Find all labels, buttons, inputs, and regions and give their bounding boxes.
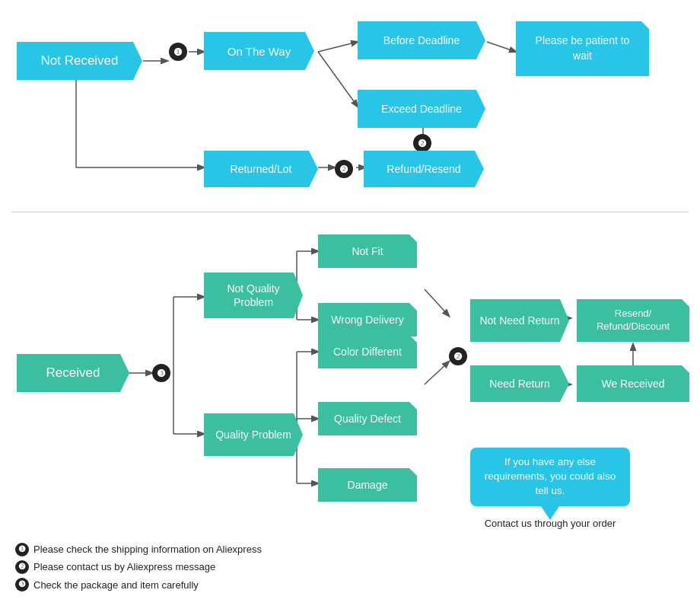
wrong-delivery-tag: Wrong Delivery: [318, 303, 417, 336]
quality-problem-tag: Quality Problem: [204, 413, 303, 456]
on-the-way-tag: On The Way: [204, 32, 314, 70]
svg-line-25: [425, 289, 449, 316]
we-received-tag: We Received: [577, 365, 689, 402]
returned-lot-tag: Returned/Lot: [204, 151, 318, 187]
before-deadline-tag: Before Deadline: [358, 21, 485, 59]
number-2-side-circle: ❷: [335, 160, 353, 178]
svg-line-2: [318, 42, 358, 52]
damage-tag: Damage: [318, 468, 417, 502]
not-received-tag: Not Received: [17, 42, 142, 80]
speech-bubble: If you have any else requirements, you c…: [470, 448, 630, 506]
note-circle-2: ❷: [15, 560, 29, 574]
refund-resend-top-tag: Refund/Resend: [364, 151, 484, 187]
svg-line-4: [487, 42, 516, 52]
resend-refund-discount-tag: Resend/ Refund/Discount: [577, 299, 689, 342]
color-different-tag: Color Different: [318, 335, 417, 368]
received-tag: Received: [17, 354, 129, 392]
number-2-bottom-circle: ❷: [449, 347, 467, 365]
quality-defect-tag: Quality Defect: [318, 402, 417, 435]
number-2-top-circle: ❷: [413, 134, 431, 152]
diagram: Not Received ❶ On The Way Before Deadlin…: [0, 0, 700, 609]
bottom-notes: ❶ Please check the shipping information …: [15, 540, 262, 594]
patient-wait-tag: Please be patient to wait: [516, 21, 649, 76]
note-item-3: ❸ Check the package and item carefully: [15, 576, 262, 594]
note-item-2: ❷ Please contact us by Aliexpress messag…: [15, 558, 262, 576]
svg-line-26: [425, 362, 449, 384]
exceed-deadline-tag: Exceed Deadline: [358, 90, 485, 128]
divider: [11, 212, 689, 212]
not-need-return-tag: Not Need Return: [470, 299, 569, 342]
number-1-circle: ❶: [169, 43, 187, 61]
not-quality-problem-tag: Not Quality Problem: [204, 273, 303, 318]
not-fit-tag: Not Fit: [318, 234, 417, 268]
svg-line-3: [318, 52, 358, 107]
number-3-circle: ❸: [152, 364, 170, 382]
note-circle-1: ❶: [15, 543, 29, 556]
note-item-1: ❶ Please check the shipping information …: [15, 540, 262, 558]
need-return-tag: Need Return: [470, 365, 569, 402]
note-circle-3: ❸: [15, 578, 29, 591]
contact-text: Contact us through your order: [470, 518, 630, 529]
